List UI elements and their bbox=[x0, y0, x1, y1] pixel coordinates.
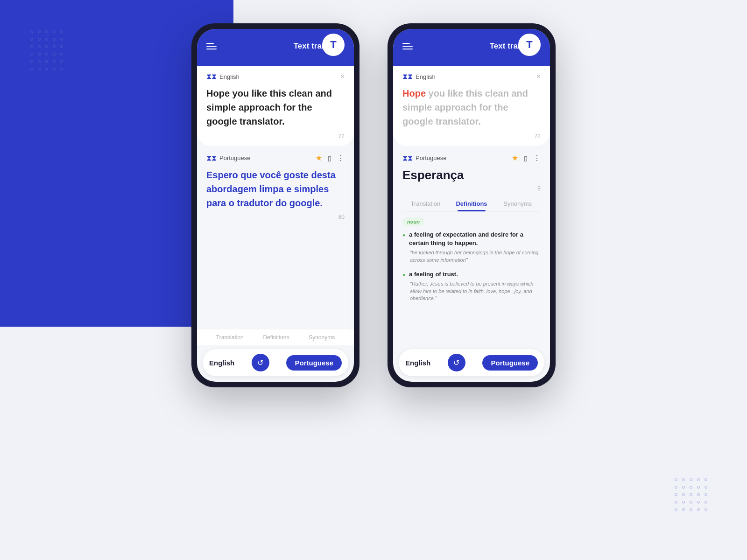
phone-1-input-lang: English bbox=[219, 73, 240, 80]
phone-2-close-btn[interactable]: × bbox=[536, 72, 541, 81]
phone-1-header: Text translate T bbox=[197, 29, 354, 66]
phone-2: Text translate T ⧗⧗ English × Hope you l bbox=[388, 23, 556, 387]
phone-2-input-highlight: Hope bbox=[402, 88, 426, 98]
phone-2-swap-btn[interactable]: ↺ bbox=[448, 354, 465, 371]
phone-2-bottom-bar: English ↺ Portuguese bbox=[399, 349, 544, 376]
phone-2-output-lang: Portuguese bbox=[416, 154, 447, 161]
menu-line-2-3 bbox=[402, 49, 413, 49]
tab-definitions[interactable]: Definitions bbox=[449, 196, 495, 211]
def-2-example: "Rather, Jesus is believed to be present… bbox=[402, 280, 541, 302]
pos-badge: noun bbox=[402, 217, 424, 226]
phone-1-output-actions: ★ ▯ ⋮ bbox=[316, 154, 345, 162]
phone-2-input-lang-left: ⧗⧗ English bbox=[402, 72, 436, 81]
phone-1-output-char-count: 80 bbox=[206, 214, 345, 220]
phone-1-input-card: ⧗⧗ English × Hope you like this clean an… bbox=[197, 66, 354, 146]
phone-1-bottom-lang-left[interactable]: English bbox=[209, 359, 234, 367]
sound-icon-output-2[interactable]: ⧗⧗ bbox=[402, 154, 413, 162]
phone-2-output-lang-row: ⧗⧗ Portuguese ★ ▯ ⋮ bbox=[402, 154, 541, 162]
phone-2-output-lang-left: ⧗⧗ Portuguese bbox=[402, 154, 447, 162]
phone-1-input-lang-left: ⧗⧗ English bbox=[206, 72, 240, 81]
swap-icon-1: ↺ bbox=[257, 358, 263, 367]
menu-icon[interactable] bbox=[206, 43, 217, 49]
nav-tab-1-translation[interactable]: Translation bbox=[216, 334, 244, 341]
more-icon-1[interactable]: ⋮ bbox=[337, 154, 345, 162]
phone-1-input-text: Hope you like this clean and simple appr… bbox=[206, 86, 345, 128]
menu-line-3 bbox=[206, 49, 217, 49]
def-1-example: "he looked through her belongings in the… bbox=[402, 249, 541, 264]
def-2-text: a feeling of trust. bbox=[402, 270, 541, 279]
phone-2-tabs-bar: Translation Definitions Synonyms bbox=[402, 196, 541, 211]
nav-tab-1-synonyms[interactable]: Synonyms bbox=[309, 334, 335, 341]
phone-1-body: ⧗⧗ English × Hope you like this clean an… bbox=[197, 66, 354, 329]
phone-2-output-actions: ★ ▯ ⋮ bbox=[512, 154, 541, 162]
phone-1-output-card: ⧗⧗ Portuguese ★ ▯ ⋮ Espero que você gost… bbox=[197, 146, 354, 329]
phone-1: Text translate T ⧗⧗ English × Hope you l bbox=[191, 23, 359, 387]
copy-icon-1[interactable]: ▯ bbox=[328, 154, 331, 162]
dots-left bbox=[28, 28, 65, 73]
sound-icon-output-1[interactable]: ⧗⧗ bbox=[206, 154, 217, 162]
phone-2-output-card: ⧗⧗ Portuguese ★ ▯ ⋮ Esperança 9 Transl bbox=[393, 146, 550, 345]
phone-2-output-char-count: 9 bbox=[402, 185, 541, 192]
menu-line-2-1 bbox=[402, 43, 410, 44]
star-icon-1[interactable]: ★ bbox=[316, 154, 322, 162]
tab-translation[interactable]: Translation bbox=[402, 196, 449, 211]
phone-1-close-btn[interactable]: × bbox=[340, 72, 345, 81]
def-1-text: a feeling of expectation and desire for … bbox=[402, 231, 541, 247]
nav-tab-1-definitions[interactable]: Definitions bbox=[263, 334, 289, 341]
phone-2-bottom-lang-right[interactable]: Portuguese bbox=[482, 355, 538, 371]
menu-line-2 bbox=[206, 46, 217, 47]
phone-1-bottom-bar: English ↺ Portuguese bbox=[203, 349, 348, 376]
phone-1-output-lang-left: ⧗⧗ Portuguese bbox=[206, 154, 251, 162]
phone-2-inner: Text translate T ⧗⧗ English × Hope you l bbox=[393, 29, 550, 382]
phone-2-char-count: 72 bbox=[402, 133, 541, 140]
phone-2-input-card: ⧗⧗ English × Hope you like this clean an… bbox=[393, 66, 550, 146]
phone-1-output-lang-row: ⧗⧗ Portuguese ★ ▯ ⋮ bbox=[206, 154, 345, 162]
phone-2-input-lang: English bbox=[416, 73, 436, 80]
sound-icon-2[interactable]: ⧗⧗ bbox=[402, 72, 413, 81]
phone-1-bottom-lang-right[interactable]: Portuguese bbox=[286, 355, 342, 371]
definition-2: a feeling of trust. "Rather, Jesus is be… bbox=[402, 270, 541, 302]
phone-1-output-text: Espero que você goste desta abordagem li… bbox=[206, 168, 345, 210]
menu-line-1 bbox=[206, 43, 214, 44]
phone-1-logo: T bbox=[322, 34, 345, 56]
phone-1-swap-btn[interactable]: ↺ bbox=[252, 354, 269, 371]
phone-1-char-count: 72 bbox=[206, 133, 345, 140]
dots-right bbox=[672, 476, 710, 513]
phone-2-body: ⧗⧗ English × Hope you like this clean an… bbox=[393, 66, 550, 345]
phone-2-output-word: Esperança bbox=[402, 168, 541, 182]
phone-1-nav-tabs: Translation Definitions Synonyms bbox=[197, 329, 354, 345]
phone-2-header: Text translate T bbox=[393, 29, 550, 66]
phone-1-input-text-content: Hope you like this clean and simple appr… bbox=[206, 88, 332, 126]
phone-1-inner: Text translate T ⧗⧗ English × Hope you l bbox=[197, 29, 354, 382]
menu-icon-2[interactable] bbox=[402, 43, 413, 49]
phone-1-output-lang: Portuguese bbox=[219, 154, 251, 161]
phone-2-logo: T bbox=[518, 34, 541, 56]
copy-icon-2[interactable]: ▯ bbox=[524, 154, 528, 162]
more-icon-2[interactable]: ⋮ bbox=[533, 154, 541, 162]
star-icon-2[interactable]: ★ bbox=[512, 154, 518, 162]
sound-icon-1[interactable]: ⧗⧗ bbox=[206, 72, 217, 81]
swap-icon-2: ↺ bbox=[453, 358, 459, 367]
definition-1: a feeling of expectation and desire for … bbox=[402, 231, 541, 264]
phone-1-input-lang-row: ⧗⧗ English × bbox=[206, 72, 345, 81]
phone-2-input-text: Hope you like this clean and simple appr… bbox=[402, 86, 541, 128]
phones-container: Text translate T ⧗⧗ English × Hope you l bbox=[191, 23, 556, 387]
phone-2-input-lang-row: ⧗⧗ English × bbox=[402, 72, 541, 81]
menu-line-2-2 bbox=[402, 46, 413, 47]
phone-2-bottom-lang-left[interactable]: English bbox=[405, 359, 430, 367]
tab-synonyms[interactable]: Synonyms bbox=[494, 196, 541, 211]
